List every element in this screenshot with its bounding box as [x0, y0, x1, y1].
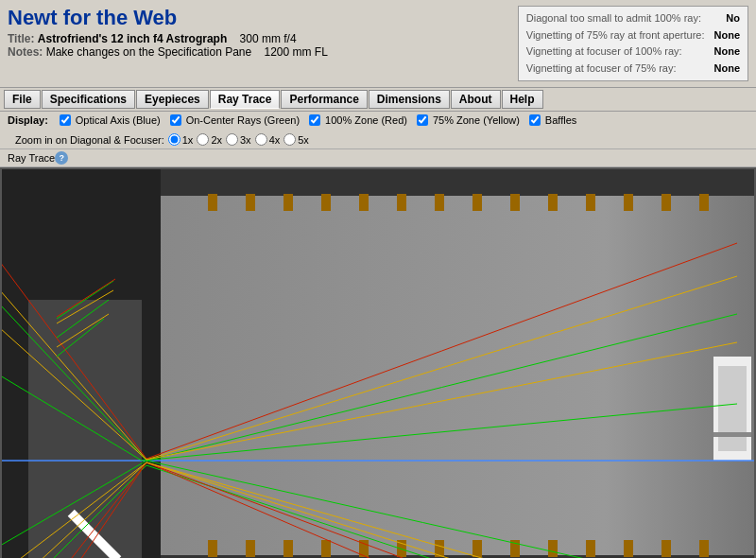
spec-row-value: None: [714, 27, 741, 44]
nav-btn-ray-trace[interactable]: Ray Trace: [210, 90, 281, 109]
zoom-radios: 1x2x3x4x5x: [168, 133, 309, 146]
zoom-label-2x: 2x: [211, 134, 222, 146]
chk-optical[interactable]: [60, 114, 71, 126]
spec-row: Vignetting of 75% ray at front aperture:…: [526, 27, 740, 44]
nav-btn-eyepieces[interactable]: Eyepieces: [136, 90, 209, 109]
raytrace-label: Ray Trace: [8, 152, 55, 164]
zoom-radio-1x[interactable]: [168, 133, 180, 146]
nav-btn-about[interactable]: About: [451, 90, 501, 109]
spec-row-value: None: [714, 44, 741, 61]
display-item: On-Center Rays (Green): [170, 114, 300, 126]
zoom-label: Zoom in on Diagonal & Focuser:: [15, 134, 164, 146]
app-title: Newt for the Web: [8, 6, 510, 30]
spec-block: Diagonal too small to admit 100% ray:NoV…: [518, 6, 748, 81]
chk-100zone-label: 100% Zone (Red): [325, 114, 407, 126]
display-item: Optical Axis (Blue): [60, 114, 161, 126]
chk-baffles[interactable]: [529, 114, 541, 126]
notes-label: Notes:: [8, 45, 43, 59]
notes-extra: 1200 mm FL: [265, 45, 328, 59]
spec-row-label: Diagonal too small to admit 100% ray:: [526, 10, 701, 27]
zoom-radio-5x[interactable]: [284, 133, 296, 146]
zoom-option: 3x: [226, 133, 251, 146]
chk-100zone[interactable]: [309, 114, 320, 126]
zoom-option: 4x: [255, 133, 281, 146]
display-bar: Display: Optical Axis (Blue)On-Center Ra…: [0, 112, 756, 149]
display-item: 100% Zone (Red): [309, 114, 407, 126]
display-label: Display:: [8, 114, 48, 126]
nav-bar: FileSpecificationsEyepiecesRay TracePerf…: [0, 87, 756, 112]
zoom-label-4x: 4x: [269, 134, 281, 146]
zoom-radio-4x[interactable]: [255, 133, 267, 146]
chk-75zone-label: 75% Zone (Yellow): [433, 114, 520, 126]
nav-btn-performance[interactable]: Performance: [281, 90, 367, 109]
ray-trace-canvas: [0, 167, 756, 558]
raytrace-help-icon[interactable]: ?: [55, 151, 68, 165]
spec-row-value: None: [714, 61, 741, 78]
display-item: Baffles: [529, 114, 576, 126]
chk-baffles-label: Baffles: [545, 114, 576, 126]
notes-value: Make changes on the Specification Pane: [46, 45, 251, 59]
spec-row-value: No: [726, 10, 740, 27]
zoom-option: 1x: [168, 133, 194, 146]
chk-oncenter-label: On-Center Rays (Green): [186, 114, 300, 126]
title-extra: 300 mm f/4: [240, 32, 297, 45]
display-item: 75% Zone (Yellow): [417, 114, 520, 126]
zoom-label-1x: 1x: [182, 134, 194, 146]
zoom-option: 2x: [197, 133, 222, 146]
nav-btn-help[interactable]: Help: [502, 90, 543, 109]
nav-btn-specifications[interactable]: Specifications: [42, 90, 135, 109]
spec-row-label: Vignetting at focuser of 100% ray:: [526, 44, 682, 61]
zoom-radio-2x[interactable]: [197, 133, 209, 146]
title-label: Title:: [8, 32, 34, 45]
title-value: Astrofriend's 12 inch f4 Astrograph: [38, 32, 227, 45]
chk-75zone[interactable]: [417, 114, 428, 126]
nav-btn-file[interactable]: File: [4, 90, 41, 109]
spec-row-label: Vignetting at focuser of 75% ray:: [526, 61, 677, 78]
nav-btn-dimensions[interactable]: Dimensions: [369, 90, 450, 109]
spec-row: Diagonal too small to admit 100% ray:No: [526, 10, 740, 27]
spec-row: Vignetting at focuser of 75% ray:None: [526, 61, 740, 78]
spec-row: Vignetting at focuser of 100% ray:None: [526, 44, 740, 61]
zoom-label-5x: 5x: [298, 134, 309, 146]
chk-oncenter[interactable]: [170, 114, 181, 126]
zoom-radio-3x[interactable]: [226, 133, 238, 146]
checks-container: Optical Axis (Blue)On-Center Rays (Green…: [60, 114, 577, 126]
zoom-container: Zoom in on Diagonal & Focuser: 1x2x3x4x5…: [15, 133, 309, 146]
chk-optical-label: Optical Axis (Blue): [76, 114, 161, 126]
zoom-option: 5x: [284, 133, 309, 146]
spec-row-label: Vignetting of 75% ray at front aperture:: [526, 27, 705, 44]
canvas-area: [0, 167, 756, 558]
zoom-label-3x: 3x: [240, 134, 251, 146]
